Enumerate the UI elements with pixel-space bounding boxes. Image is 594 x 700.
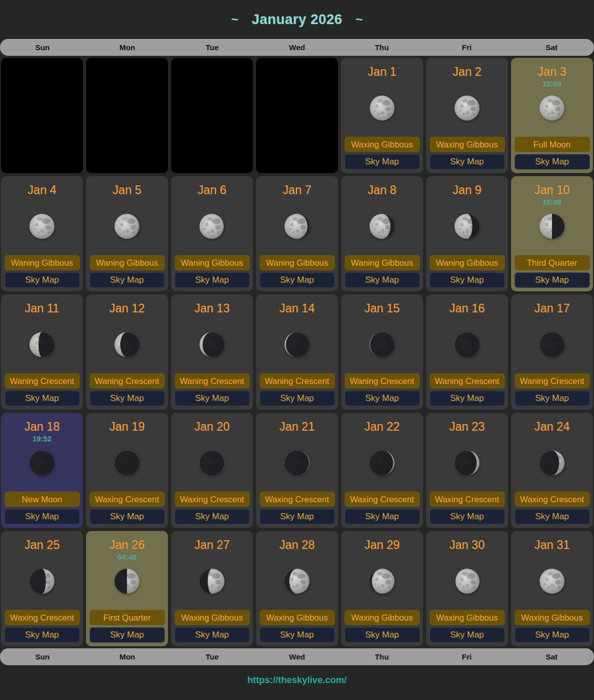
sky-map-link[interactable]: Sky Map: [175, 627, 250, 643]
moon-image: [27, 448, 57, 478]
phase-label[interactable]: Waxing Crescent: [175, 492, 250, 507]
sky-map-link[interactable]: Sky Map: [5, 509, 80, 524]
phase-label[interactable]: Waning Crescent: [90, 373, 165, 389]
day-cell: Jan 21 Waxing Crescent Sky Map: [256, 413, 338, 528]
phase-label[interactable]: Waning Crescent: [345, 373, 420, 389]
site-url-link[interactable]: https://theskylive.com/: [247, 675, 347, 686]
day-date: Jan 21: [279, 419, 314, 434]
phase-label[interactable]: Waxing Crescent: [90, 492, 165, 507]
sky-map-link[interactable]: Sky Map: [430, 627, 505, 643]
sky-map-link[interactable]: Sky Map: [5, 627, 80, 643]
phase-label[interactable]: Waning Crescent: [430, 373, 505, 389]
moon-image: [282, 566, 312, 596]
weekday-label: Wed: [254, 652, 340, 661]
day-cell: Jan 3 10:03 Full Moon Sky Map: [511, 58, 593, 173]
sky-map-link[interactable]: Sky Map: [260, 272, 335, 288]
sky-map-link[interactable]: Sky Map: [260, 627, 335, 643]
phase-label[interactable]: Waning Crescent: [5, 373, 80, 389]
sky-map-link[interactable]: Sky Map: [175, 272, 250, 288]
moon-image: [197, 211, 227, 241]
day-date: Jan 18: [24, 419, 59, 434]
phase-label[interactable]: Waning Gibbous: [90, 255, 165, 270]
weekday-label: Fri: [425, 652, 510, 661]
moon-image: [27, 211, 57, 241]
sky-map-link[interactable]: Sky Map: [430, 509, 505, 524]
sky-map-link[interactable]: Sky Map: [90, 509, 165, 524]
sky-map-link[interactable]: Sky Map: [515, 509, 590, 524]
phase-label[interactable]: Full Moon: [515, 137, 590, 152]
weekday-label: Mon: [85, 652, 170, 661]
sky-map-link[interactable]: Sky Map: [90, 272, 165, 288]
phase-label[interactable]: Waxing Gibbous: [430, 137, 505, 152]
phase-label[interactable]: Waning Crescent: [175, 373, 250, 389]
weekday-label: Mon: [85, 43, 170, 52]
day-date: Jan 3: [538, 64, 566, 79]
day-date: Jan 20: [194, 419, 229, 434]
phase-label[interactable]: Waxing Gibbous: [175, 610, 250, 625]
day-cell: Jan 8 Waning Gibbous Sky Map: [341, 176, 423, 291]
sky-map-link[interactable]: Sky Map: [430, 154, 505, 169]
phase-label[interactable]: Waning Gibbous: [175, 255, 250, 270]
day-date: Jan 27: [194, 537, 229, 553]
sky-map-link[interactable]: Sky Map: [90, 391, 165, 406]
day-cell: Jan 6 Waning Gibbous Sky Map: [171, 176, 253, 291]
phase-label[interactable]: Waxing Gibbous: [515, 610, 590, 625]
sky-map-link[interactable]: Sky Map: [5, 391, 80, 406]
day-cell: Jan 19 Waxing Crescent Sky Map: [86, 413, 168, 528]
phase-label[interactable]: Waxing Gibbous: [345, 610, 420, 625]
sky-map-link[interactable]: Sky Map: [345, 627, 420, 643]
day-date: Jan 1: [368, 64, 396, 79]
sky-map-link[interactable]: Sky Map: [515, 627, 590, 643]
phase-label[interactable]: Waxing Crescent: [515, 492, 590, 507]
moon-image: [537, 330, 567, 359]
sky-map-link[interactable]: Sky Map: [515, 154, 590, 169]
sky-map-link[interactable]: Sky Map: [345, 272, 420, 288]
phase-label[interactable]: Waxing Gibbous: [345, 137, 420, 152]
day-cell: Jan 13 Waning Crescent Sky Map: [171, 294, 253, 410]
phase-label[interactable]: Waxing Crescent: [345, 492, 420, 507]
day-cell: Jan 1 Waxing Gibbous Sky Map: [341, 58, 423, 173]
day-cell: Jan 5 Waning Gibbous Sky Map: [86, 176, 168, 291]
sky-map-link[interactable]: Sky Map: [175, 509, 250, 524]
moon-image: [112, 448, 142, 478]
sky-map-link[interactable]: Sky Map: [345, 509, 420, 524]
sky-map-link[interactable]: Sky Map: [90, 627, 165, 643]
phase-label[interactable]: Waning Crescent: [260, 373, 335, 389]
day-date: Jan 28: [279, 537, 314, 553]
phase-label[interactable]: New Moon: [5, 492, 80, 507]
phase-label[interactable]: Waning Gibbous: [260, 255, 335, 270]
day-date: Jan 8: [368, 182, 396, 198]
sky-map-link[interactable]: Sky Map: [260, 391, 335, 406]
sky-map-link[interactable]: Sky Map: [175, 391, 250, 406]
phase-label[interactable]: Waxing Gibbous: [260, 610, 335, 625]
day-date: Jan 13: [194, 301, 229, 316]
phase-label[interactable]: Waning Gibbous: [5, 255, 80, 270]
sky-map-link[interactable]: Sky Map: [515, 272, 590, 288]
phase-label[interactable]: First Quarter: [90, 610, 165, 625]
day-date: Jan 6: [198, 182, 226, 198]
phase-label[interactable]: Waning Gibbous: [345, 255, 420, 270]
phase-label[interactable]: Waxing Crescent: [260, 492, 335, 507]
phase-label[interactable]: Waxing Crescent: [5, 610, 80, 625]
day-date: Jan 23: [449, 419, 484, 434]
moon-image: [537, 448, 567, 478]
sky-map-link[interactable]: Sky Map: [5, 272, 80, 288]
weekday-footer: SunMonTueWedThuFriSat: [0, 648, 594, 665]
sky-map-link[interactable]: Sky Map: [345, 391, 420, 406]
day-date: Jan 22: [364, 419, 399, 434]
sky-map-link[interactable]: Sky Map: [345, 154, 420, 169]
phase-label[interactable]: Waning Crescent: [515, 373, 590, 389]
phase-label[interactable]: Waxing Crescent: [430, 492, 505, 507]
phase-label[interactable]: Waning Gibbous: [430, 255, 505, 270]
sky-map-link[interactable]: Sky Map: [515, 391, 590, 406]
sky-map-link[interactable]: Sky Map: [430, 272, 505, 288]
day-cell: Jan 26 04:48 First Quarter Sky Map: [86, 531, 168, 646]
day-cell: Jan 14 Waning Crescent Sky Map: [256, 294, 338, 410]
phase-label[interactable]: Third Quarter: [515, 255, 590, 270]
day-cell: Jan 11 Waning Crescent Sky Map: [1, 294, 83, 410]
phase-label[interactable]: Waxing Gibbous: [430, 610, 505, 625]
sky-map-link[interactable]: Sky Map: [430, 391, 505, 406]
sky-map-link[interactable]: Sky Map: [260, 509, 335, 524]
moon-image: [112, 566, 142, 596]
day-cell: Jan 25 Waxing Crescent Sky Map: [1, 531, 83, 646]
